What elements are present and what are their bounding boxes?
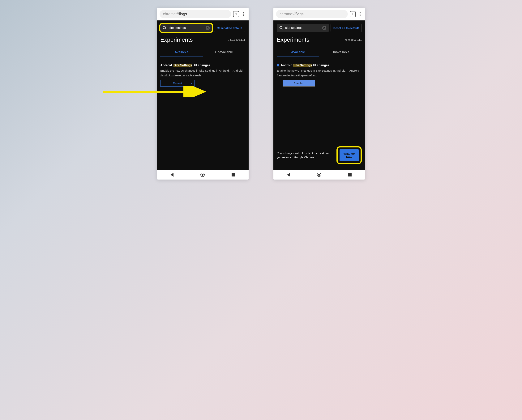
- svg-point-4: [280, 26, 282, 29]
- overflow-menu-icon[interactable]: [358, 11, 362, 17]
- home-nav-icon[interactable]: [200, 173, 205, 177]
- back-nav-icon[interactable]: [287, 173, 290, 177]
- flag-description: Enable the new UI changes in Site Settin…: [160, 69, 245, 73]
- reset-all-button[interactable]: Reset all to default: [330, 24, 362, 32]
- tab-count-button[interactable]: 1: [233, 11, 239, 17]
- search-row: site settings ✕ Reset all to default: [160, 24, 245, 32]
- url-path: flags: [295, 12, 303, 16]
- url-scheme: chrome://: [280, 12, 295, 16]
- clear-search-icon[interactable]: ✕: [206, 26, 210, 30]
- svg-point-0: [163, 26, 166, 29]
- changed-indicator-icon: [277, 64, 279, 67]
- home-nav-icon[interactable]: [317, 173, 321, 177]
- back-nav-icon[interactable]: [170, 173, 174, 177]
- recents-nav-icon[interactable]: [231, 173, 235, 176]
- browser-toolbar: chrome://flags 1: [273, 8, 365, 20]
- url-bar[interactable]: chrome://flags: [160, 10, 231, 18]
- search-value: site settings: [285, 26, 302, 30]
- page-header: Experiments 76.0.3809.111: [160, 37, 245, 43]
- phone-screenshot-before: chrome://flags 1 site settings ✕ Reset a…: [157, 8, 249, 180]
- reset-all-button[interactable]: Reset all to default: [214, 24, 245, 32]
- tab-unavailable[interactable]: Unavailable: [203, 48, 245, 57]
- caret-down-icon: ▼: [191, 82, 192, 84]
- android-nav-bar: [273, 170, 365, 180]
- clear-search-icon[interactable]: ✕: [322, 26, 326, 30]
- search-input[interactable]: site settings ✕: [160, 24, 212, 32]
- flag-state-dropdown[interactable]: Default ▼: [160, 80, 195, 86]
- flag-entry: Android Site Settings UI changes. Enable…: [277, 64, 362, 91]
- relaunch-footer: Your changes will take effect the next t…: [277, 143, 362, 167]
- version-label: 76.0.3809.111: [345, 38, 362, 41]
- browser-toolbar: chrome://flags 1: [157, 8, 249, 20]
- highlight-box: Relaunch Now: [337, 146, 362, 164]
- relaunch-message: Your changes will take effect the next t…: [277, 151, 334, 160]
- page-title: Experiments: [277, 37, 309, 43]
- flag-entry: Android Site Settings UI changes. Enable…: [160, 64, 245, 91]
- phone-screenshot-after: chrome://flags 1 site settings ✕ Reset a…: [273, 8, 365, 180]
- flag-description: Enable the new UI changes in Site Settin…: [277, 69, 362, 73]
- flag-title: Android Site Settings UI changes.: [277, 64, 362, 67]
- tab-bar: Available Unavailable: [160, 48, 245, 57]
- search-icon: [279, 26, 283, 30]
- version-label: 76.0.3809.111: [228, 38, 245, 41]
- tab-available[interactable]: Available: [277, 48, 319, 57]
- divider: [160, 91, 245, 91]
- flag-title: Android Site Settings UI changes.: [160, 64, 245, 67]
- flags-page: site settings ✕ Reset all to default Exp…: [157, 20, 249, 170]
- page-header: Experiments 76.0.3809.111: [277, 37, 362, 43]
- divider: [277, 91, 362, 91]
- search-row: site settings ✕ Reset all to default: [277, 24, 362, 32]
- caret-down-icon: ▼: [311, 82, 313, 84]
- tab-available[interactable]: Available: [160, 48, 203, 57]
- tab-bar: Available Unavailable: [277, 48, 362, 57]
- tab-count-button[interactable]: 1: [350, 11, 356, 17]
- flag-hash-link[interactable]: #android-site-settings-ui-refresh: [160, 74, 201, 77]
- url-scheme: chrome://: [163, 12, 179, 16]
- url-bar[interactable]: chrome://flags: [276, 10, 348, 18]
- search-input[interactable]: site settings ✕: [277, 24, 329, 32]
- search-value: site settings: [169, 26, 186, 30]
- recents-nav-icon[interactable]: [348, 173, 352, 176]
- flags-page: site settings ✕ Reset all to default Exp…: [273, 20, 365, 170]
- relaunch-now-button[interactable]: Relaunch Now: [339, 149, 359, 161]
- url-path: flags: [179, 12, 187, 16]
- flag-hash-link[interactable]: #android-site-settings-ui-refresh: [277, 74, 317, 77]
- page-title: Experiments: [160, 37, 193, 43]
- tab-unavailable[interactable]: Unavailable: [319, 48, 362, 57]
- android-nav-bar: [157, 170, 249, 180]
- flag-state-dropdown[interactable]: Enabled ▼: [283, 80, 315, 86]
- svg-line-1: [165, 29, 166, 30]
- search-icon: [163, 26, 167, 30]
- svg-line-5: [282, 29, 283, 30]
- overflow-menu-icon[interactable]: [241, 11, 246, 17]
